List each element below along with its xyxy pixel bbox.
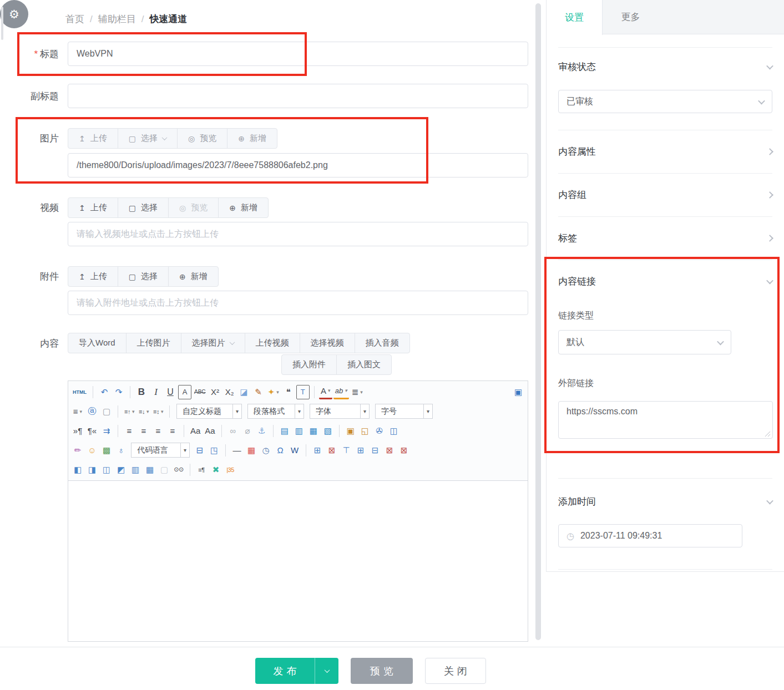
align-center-icon[interactable]: ≡ <box>137 424 150 438</box>
font-family-select[interactable]: 字体▾ <box>310 404 370 419</box>
video-url-input[interactable] <box>68 222 528 246</box>
unlink-icon[interactable]: ⌀ <box>241 424 254 438</box>
subscript-icon[interactable]: X₂ <box>223 385 236 399</box>
publish-button[interactable]: 发布 <box>255 658 338 684</box>
settings-gear-button[interactable]: ⚙ <box>0 0 28 28</box>
subtitle-input[interactable] <box>68 84 528 108</box>
editor-content-area[interactable] <box>68 481 528 642</box>
paragraph-indent-icon[interactable]: ≡¶ <box>195 463 208 477</box>
delete-row-icon[interactable]: ⊠ <box>383 443 396 458</box>
insert-time-icon[interactable]: ◷ <box>259 443 272 458</box>
line-height-icon[interactable]: ≡↕▾ <box>151 404 165 419</box>
undo-icon[interactable]: ↶ <box>98 385 111 399</box>
tab-settings[interactable]: 设置 <box>547 0 603 35</box>
align-right-icon[interactable]: ≡ <box>151 424 165 438</box>
remove-indent-icon[interactable]: ¶« <box>85 424 99 438</box>
remove-format-icon[interactable]: ◪ <box>237 385 251 399</box>
link-type-select[interactable]: 默认 <box>558 330 731 354</box>
align-left-icon[interactable]: ≡ <box>123 424 136 438</box>
auto-typeset-icon[interactable]: ✦▾ <box>266 385 281 399</box>
insert-row-icon[interactable]: ⊞ <box>354 443 367 458</box>
text-direction-icon[interactable]: ⇉ <box>100 424 113 438</box>
insert-video-icon[interactable]: ◫ <box>387 424 401 438</box>
word-image-icon[interactable]: W <box>288 443 301 458</box>
format-painter-icon[interactable]: ✎ <box>252 385 265 399</box>
special-chars-icon[interactable]: Ω <box>274 443 287 458</box>
fullscreen-preview-icon[interactable]: ▣ <box>512 385 525 399</box>
insert-link-icon[interactable]: ∞ <box>226 424 240 438</box>
image-manager-icon[interactable]: ◱ <box>358 424 372 438</box>
superscript-icon[interactable]: X² <box>209 385 222 399</box>
preview-button[interactable]: 预览 <box>351 658 413 684</box>
add-time-header[interactable]: 添加时间 <box>558 495 772 508</box>
font-size-select[interactable]: 字号▾ <box>375 404 433 419</box>
align-justify-icon[interactable]: ≡ <box>166 424 179 438</box>
select-video-button[interactable]: 选择视频 <box>300 333 355 353</box>
indent-first-line-icon[interactable]: »¶ <box>71 424 84 438</box>
paste-plain-icon[interactable]: T <box>296 385 310 399</box>
video-preview-button[interactable]: ◎ 预览 <box>168 197 219 218</box>
new-doc-icon[interactable]: ▢ <box>100 404 113 419</box>
publish-dropdown[interactable] <box>315 669 338 673</box>
google-map-icon[interactable]: ♁ <box>114 443 128 458</box>
ordered-list-icon[interactable]: ≣▾ <box>350 385 365 399</box>
blockquote-icon[interactable]: ❝ <box>282 385 295 399</box>
insert-table-icon[interactable]: ⊞ <box>311 443 324 458</box>
horizontal-rule-icon[interactable]: — <box>230 443 244 458</box>
code-lang-select[interactable]: 代码语言▾ <box>131 443 190 458</box>
search-replace-icon[interactable]: ⊙⊙ <box>172 463 185 477</box>
emotion-icon[interactable]: ☺ <box>85 443 99 458</box>
anchor-icon[interactable]: ⚓ <box>255 424 269 438</box>
clear-doc-icon[interactable]: ✖ <box>209 463 222 477</box>
insert-code-icon[interactable]: ⊟ <box>193 443 206 458</box>
to-lowercase-icon[interactable]: Aa <box>203 424 216 438</box>
to-uppercase-icon[interactable]: Aa <box>189 424 202 438</box>
section-content-group[interactable]: 内容组 <box>558 174 772 216</box>
attachment-url-input[interactable] <box>68 291 528 315</box>
table-title-icon[interactable]: ⊤ <box>340 443 353 458</box>
close-button[interactable]: 关闭 <box>425 658 486 684</box>
insert-audio-button[interactable]: 插入音频 <box>355 333 410 353</box>
attachment-upload-button[interactable]: ↥ 上传 <box>68 266 118 287</box>
image-select-button[interactable]: ▢ 选择 <box>118 128 178 149</box>
breadcrumb-home[interactable]: 首页 <box>65 13 84 26</box>
title-input[interactable] <box>68 42 528 66</box>
split-to-rows-icon[interactable]: ◩ <box>114 463 128 477</box>
bullet-list-icon[interactable]: ≡▾ <box>71 404 84 419</box>
bold-icon[interactable]: B <box>135 385 148 399</box>
content-link-header[interactable]: 内容链接 <box>558 275 772 288</box>
section-tags[interactable]: 标签 <box>558 217 772 260</box>
scrawl-icon[interactable]: ✏ <box>71 443 84 458</box>
print-icon[interactable]: ▢ <box>158 463 171 477</box>
underline-icon[interactable]: U <box>164 385 177 399</box>
insert-image-icon[interactable]: ▣ <box>344 424 357 438</box>
delete-table-icon[interactable]: ⊠ <box>325 443 338 458</box>
image-add-button[interactable]: ⊕ 新增 <box>227 128 277 149</box>
font-color-icon[interactable]: A▾ <box>319 385 332 399</box>
main-scrollbar[interactable] <box>535 3 541 640</box>
import-word-button[interactable]: 导入Word <box>68 333 127 353</box>
insert-date-icon[interactable]: ▦ <box>245 443 258 458</box>
upload-video-button[interactable]: 上传视频 <box>245 333 300 353</box>
back-color-icon[interactable]: ab▾ <box>333 385 349 399</box>
video-upload-button[interactable]: ↥ 上传 <box>68 197 118 218</box>
para-space-after-icon[interactable]: ≡↓▾ <box>137 404 150 419</box>
char-border-icon[interactable]: A <box>178 385 191 399</box>
merge-cells-icon[interactable]: ◫ <box>100 463 113 477</box>
strikethrough-icon[interactable]: ABC <box>193 385 208 399</box>
merge-down-icon[interactable]: ◨ <box>85 463 99 477</box>
source-code-icon[interactable]: HTML <box>71 385 88 399</box>
image-float-right-icon[interactable]: ▦ <box>307 424 320 438</box>
attachment-select-button[interactable]: ▢ 选择 <box>118 266 169 287</box>
redo-icon[interactable]: ↷ <box>112 385 125 399</box>
external-link-textarea[interactable]: https://sscms.com <box>558 401 773 439</box>
merge-right-icon[interactable]: ◧ <box>71 463 84 477</box>
attachment-add-button[interactable]: ⊕ 新增 <box>168 266 219 287</box>
insert-attachment-icon[interactable]: ✇ <box>373 424 386 438</box>
video-add-button[interactable]: ⊕ 新增 <box>218 197 269 218</box>
review-status-header[interactable]: 审核状态 <box>558 60 772 73</box>
insert-imagetext-button[interactable]: 插入图文 <box>336 354 392 375</box>
video-select-button[interactable]: ▢ 选择 <box>118 197 169 218</box>
upload-image-button[interactable]: 上传图片 <box>126 333 181 353</box>
image-center-icon[interactable]: ▧ <box>321 424 335 438</box>
